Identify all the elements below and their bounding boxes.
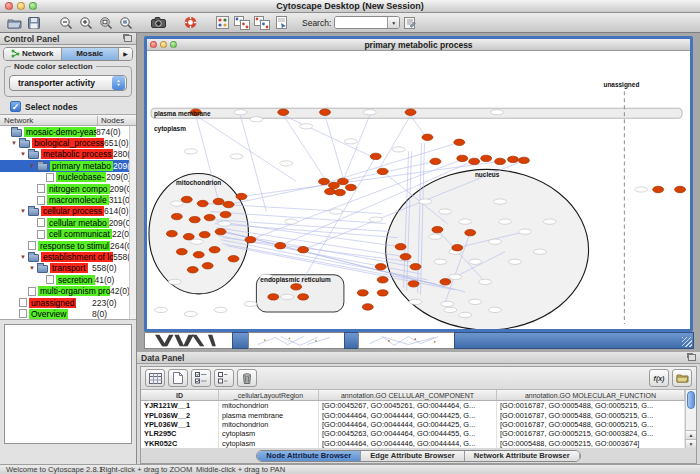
help-button[interactable]: [180, 14, 200, 31]
select-nodes-checkbox[interactable]: ✓: [10, 101, 21, 112]
tree-row-label: macromolecule: [47, 195, 109, 205]
network-tree-row[interactable]: secretion 41(0): [0, 274, 136, 285]
trash-icon: [242, 372, 252, 384]
network-tree-row[interactable]: ▼ transport 558(0): [0, 263, 136, 274]
svg-text:nucleus: nucleus: [475, 171, 500, 178]
tab-mosaic[interactable]: Mosaic: [62, 48, 120, 60]
network-tree-row[interactable]: cell communicat 22(0): [0, 229, 136, 240]
status-bar: Welcome to Cytoscape 2.8.1 Right-click +…: [0, 464, 700, 474]
tree-expand-icon[interactable]: ▼: [29, 265, 37, 271]
snapshot-button[interactable]: [148, 14, 168, 31]
table-row[interactable]: YPL036W__1 mitochondrion [GO:0044464, GO…: [141, 420, 685, 429]
cell-id: YPL036W__2: [141, 410, 219, 419]
window-frame-bottom[interactable]: [454, 332, 694, 349]
save-session-button[interactable]: [24, 14, 44, 31]
status-welcome: Welcome to Cytoscape 2.8.1: [6, 465, 103, 474]
zoom-out-button[interactable]: [56, 14, 76, 31]
network-canvas[interactable]: plasma membranecytoplasmmitochondrionnuc…: [147, 51, 690, 329]
cell-region: cytoplasm: [219, 429, 319, 438]
network-tree-row[interactable]: ▼ biological_process 651(0): [0, 137, 136, 148]
network-tree-row[interactable]: ▼ primary metabo 209(...: [0, 160, 136, 171]
column-id[interactable]: ID: [141, 390, 219, 400]
network-tree-row[interactable]: ▼ metabolic process 280(0): [0, 149, 136, 160]
zoom-selected-button[interactable]: [116, 14, 136, 31]
import-attributes-button[interactable]: [672, 369, 692, 387]
birds-eye-view[interactable]: [4, 324, 132, 444]
network-tree-row[interactable]: macromolecule 311(0): [0, 194, 136, 205]
scroll-down-button[interactable]: ▼: [686, 439, 696, 448]
tree-expand-icon[interactable]: ▼: [11, 140, 19, 146]
background-window-fragment[interactable]: [144, 332, 232, 349]
search-label: Search:: [302, 18, 331, 28]
attribute-matrix-button[interactable]: [145, 369, 165, 387]
tree-expand-icon[interactable]: ▼: [20, 151, 28, 157]
node-color-selection-group: Node color selection transporter activit…: [4, 66, 132, 97]
table-row[interactable]: YPL036W__2 plasma membrane [GO:0044464, …: [141, 410, 685, 419]
scrollbar-thumb[interactable]: [687, 391, 695, 409]
zoom-fit-icon: [99, 16, 113, 30]
compare-networks-button[interactable]: [252, 14, 272, 31]
network-window-titlebar[interactable]: primary metabolic process: [147, 39, 690, 51]
network-tree-row[interactable]: unassigned 223(0): [0, 297, 136, 308]
search-dropdown-button[interactable]: ▼: [387, 16, 399, 29]
select-attributes-button[interactable]: [191, 369, 211, 387]
browser-tab[interactable]: Node Attribute Browser: [257, 451, 361, 461]
table-row[interactable]: YLR295C cytoplasm [GO:0045263, GO:004446…: [141, 429, 685, 438]
network-tree-row[interactable]: response to stimul 264(0): [0, 240, 136, 251]
network-tree-row[interactable]: multi-organism pro 42(0): [0, 285, 136, 296]
unselect-attributes-button[interactable]: [214, 369, 234, 387]
network-tree-row[interactable]: mosaic-demo-yeast 874(0): [0, 126, 136, 137]
browser-tab[interactable]: Edge Attribute Browser: [361, 451, 465, 461]
svg-text:plasma membrane: plasma membrane: [154, 110, 211, 118]
column-cellular-component[interactable]: annotation.GO CELLULAR_COMPONENT: [319, 390, 497, 400]
tree-expand-icon[interactable]: ▼: [29, 163, 37, 169]
network-tree-row[interactable]: cellular metabo 209(0): [0, 217, 136, 228]
search-input[interactable]: [335, 17, 387, 28]
new-attribute-button[interactable]: [168, 369, 188, 387]
zoom-in-button[interactable]: [76, 14, 96, 31]
tree-node-icon: [37, 218, 45, 227]
tree-node-icon: [37, 230, 45, 239]
merge-networks-button[interactable]: [232, 14, 252, 31]
tab-network[interactable]: Network: [4, 48, 62, 60]
background-window-fragment[interactable]: [358, 332, 454, 349]
column-network[interactable]: Network: [0, 116, 98, 125]
vizmapper-button[interactable]: [212, 14, 232, 31]
float-panel-icon[interactable]: [688, 354, 696, 361]
cell-component: [GO:0045267, GO:0045261, GO:0044464, G..…: [319, 401, 497, 410]
table-scrollbar[interactable]: ▲ ▼: [685, 390, 696, 448]
attribute-table: ID _cellularLayoutRegion annotation.GO C…: [141, 390, 696, 448]
column-nodes[interactable]: Nodes: [98, 116, 136, 125]
delete-attribute-button[interactable]: [237, 369, 257, 387]
browser-tab[interactable]: Network Attribute Browser: [465, 451, 580, 461]
tree-scrollbar[interactable]: [129, 126, 136, 319]
search-settings-icon: [404, 16, 416, 29]
network-tree-row[interactable]: nitrogen compo 209(0): [0, 183, 136, 194]
annotation-button[interactable]: [272, 14, 292, 31]
background-window-fragment[interactable]: [344, 332, 358, 349]
node-color-select[interactable]: transporter activity ▲▼: [9, 75, 127, 91]
table-row[interactable]: YKR052C cytoplasm [GO:0044464, GO:004444…: [141, 439, 685, 448]
tree-expand-icon[interactable]: ▼: [20, 208, 28, 214]
network-tree-row[interactable]: ▼ establishment of lo 558(0): [0, 251, 136, 262]
network-tree-row[interactable]: Overview 8(0): [0, 308, 136, 319]
table-row[interactable]: YJR121W__1 mitochondrion [GO:0045267, GO…: [141, 401, 685, 410]
open-session-button[interactable]: [4, 14, 24, 31]
control-panel: Control Panel Network Mosaic ▶ Node colo…: [0, 33, 137, 464]
tab-overflow-button[interactable]: ▶: [119, 48, 132, 60]
window-thumbnail: [145, 333, 232, 348]
background-window-fragment[interactable]: [248, 332, 344, 349]
zoom-fit-button[interactable]: [96, 14, 116, 31]
column-layout-region[interactable]: _cellularLayoutRegion: [219, 390, 319, 400]
formula-builder-button[interactable]: f(x): [649, 369, 669, 387]
float-panel-icon[interactable]: [124, 35, 132, 42]
tree-expand-icon[interactable]: ▼: [20, 254, 28, 260]
column-molecular-function[interactable]: annotation.GO MOLECULAR_FUNCTION: [497, 390, 685, 400]
resize-grip-icon[interactable]: [682, 337, 692, 347]
network-tree-row[interactable]: ▼ cellular process 614(0): [0, 206, 136, 217]
scroll-up-button[interactable]: ▲: [686, 430, 696, 439]
configure-search-button[interactable]: [400, 14, 420, 31]
tree-row-count: 41(0): [95, 275, 131, 285]
background-window-fragment[interactable]: [232, 332, 248, 349]
network-tree-row[interactable]: nucleobase- 209(0): [0, 172, 136, 183]
